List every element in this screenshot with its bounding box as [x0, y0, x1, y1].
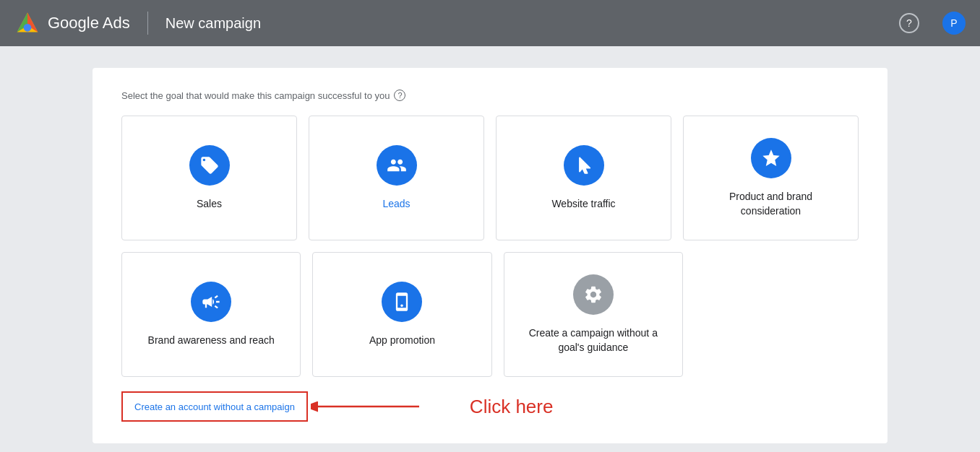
goal-product-brand[interactable]: Product and brand consideration [683, 116, 859, 240]
megaphone-icon [201, 292, 221, 312]
leads-icon-circle [377, 145, 417, 186]
header-logo: Google Ads [14, 10, 130, 36]
goal-website-traffic[interactable]: Website traffic [496, 116, 671, 240]
brand-awareness-icon-circle [191, 282, 231, 322]
card-subtitle: Select the goal that would make this cam… [121, 90, 859, 101]
no-guidance-label: Create a campaign without a goal's guida… [519, 326, 668, 355]
create-account-box: Create an account without a campaign [121, 391, 308, 422]
goals-row-1: Sales Leads Website traffic [121, 116, 859, 240]
arrow-annotation [311, 395, 426, 418]
sales-label: Sales [197, 197, 222, 212]
app-promotion-icon-circle [382, 282, 422, 322]
people-icon [387, 155, 407, 175]
page-title: New campaign [166, 15, 261, 32]
sparkle-icon [761, 148, 781, 168]
app-promotion-label: App promotion [369, 334, 435, 348]
avatar[interactable]: P [942, 12, 966, 35]
help-icon[interactable]: ? [899, 13, 919, 33]
gear-icon [583, 284, 603, 305]
google-ads-logo-icon [14, 10, 40, 36]
mobile-icon [392, 292, 412, 312]
goal-brand-awareness[interactable]: Brand awareness and reach [121, 252, 301, 377]
cursor-icon [574, 155, 594, 175]
brand-awareness-label: Brand awareness and reach [148, 334, 275, 348]
click-here-label: Click here [470, 396, 554, 418]
goals-row-2: Brand awareness and reach App promotion [121, 252, 683, 377]
bottom-actions: BACK CONTINUE [93, 443, 887, 452]
create-account-link[interactable]: Create an account without a campaign [134, 401, 295, 412]
app-name: Google Ads [48, 14, 130, 32]
leads-label: Leads [382, 197, 410, 212]
svg-point-3 [24, 24, 32, 32]
subtitle-help-icon[interactable]: ? [394, 90, 405, 101]
header-right: ? P [899, 12, 966, 35]
website-traffic-label: Website traffic [551, 197, 615, 212]
goal-no-guidance[interactable]: Create a campaign without a goal's guida… [504, 252, 683, 377]
product-brand-label: Product and brand consideration [698, 190, 843, 218]
no-guidance-icon-circle [573, 274, 614, 315]
header: Google Ads New campaign ? P [0, 0, 980, 46]
main-content: Select the goal that would make this cam… [0, 46, 980, 452]
goal-sales[interactable]: Sales [121, 116, 297, 240]
sales-icon-circle [189, 145, 230, 186]
campaign-goal-card: Select the goal that would make this cam… [93, 68, 887, 443]
product-brand-icon-circle [751, 138, 791, 178]
create-account-row: Create an account without a campaign Cli… [121, 391, 859, 422]
goal-leads[interactable]: Leads [309, 116, 484, 240]
tag-icon [199, 155, 220, 175]
header-divider [147, 12, 148, 35]
goal-app-promotion[interactable]: App promotion [312, 252, 491, 377]
website-traffic-icon-circle [564, 145, 604, 186]
